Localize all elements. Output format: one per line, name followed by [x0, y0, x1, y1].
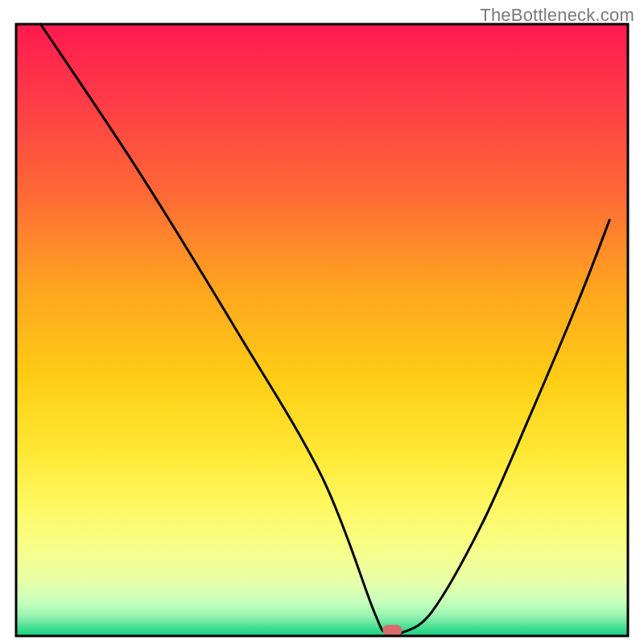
plot-background: [16, 24, 628, 636]
optimal-marker: [382, 625, 402, 636]
chart-container: TheBottleneck.com: [0, 0, 644, 644]
chart-svg: [0, 0, 644, 644]
watermark-text: TheBottleneck.com: [480, 5, 634, 26]
